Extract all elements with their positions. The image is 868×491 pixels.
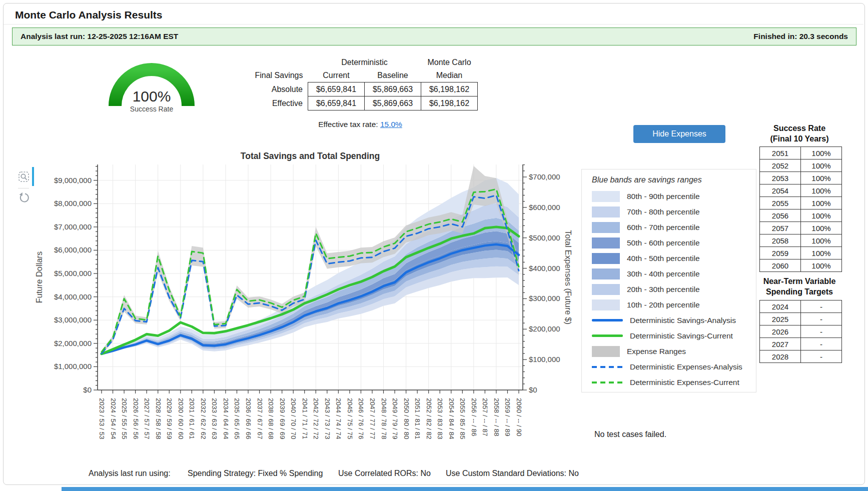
year-cell: 2026 [760,326,801,338]
legend-label: 40th - 50th percentile [627,254,700,263]
table-row: 2058100% [760,234,842,247]
effective-tax-rate-link[interactable]: 15.0% [380,120,402,128]
year-cell: 2052 [760,160,801,172]
success-pct-cell: 100% [801,147,842,160]
legend-label: 10th - 20th percentile [627,300,700,310]
year-cell: 2051 [760,147,801,160]
success-rate-value: 100% [104,88,199,105]
legend-label: Deterministic Savings-Current [630,332,733,340]
near-term-spending-table: 2024-2025-2026-2027-2028- [759,300,842,363]
success-pct-cell: 100% [801,260,842,272]
horizontal-scrollbar[interactable] [62,487,868,491]
percentile-band-swatch [592,206,620,218]
legend-label: 60th - 70th percentile [627,223,700,232]
target-cell: - [801,350,842,363]
legend-item: 10th - 20th percentile [592,297,756,312]
legend-item: 50th - 60th percentile [592,235,756,250]
table-row: 2053100% [760,172,842,184]
effective-baseline-value: $5,869,663 [365,96,421,110]
analysis-status-banner: Analysis last run: 12-25-2025 12:16AM ES… [12,28,856,46]
legend-label: 80th - 90th percentile [627,192,700,201]
legend-item: 40th - 50th percentile [592,250,756,266]
target-cell: - [801,313,842,326]
target-cell: - [801,326,842,338]
year-cell: 2057 [760,222,801,234]
year-cell: 2058 [760,234,801,247]
year-cell: 2056 [760,210,801,222]
percentile-band-swatch [592,268,620,280]
percentile-band-swatch [592,191,620,202]
year-cell: 2027 [760,338,801,350]
no-test-cases-failed-text: No test cases failed. [594,430,666,439]
success-rate-table-title: Success Rate (Final 10 Years) [759,123,839,144]
row-label-effective: Effective [249,96,308,110]
legend-item: 70th - 80th percentile [592,204,756,220]
solid-line-swatch [592,319,623,322]
finished-in-time: Finished in: 20.3 seconds [753,32,848,41]
target-cell: - [801,300,842,313]
col-header-baseline: Baseline [365,69,421,82]
legend-label: 70th - 80th percentile [627,208,700,216]
expense-range-swatch [592,346,620,357]
success-pct-cell: 100% [801,197,842,210]
legend-label: Deterministic Savings-Analysis [630,316,736,325]
absolute-median-value: $6,198,162 [421,82,478,96]
success-rate-label: Success Rate [104,105,199,113]
col-group-monte-carlo: Monte Carlo [421,56,478,69]
solid-line-swatch [592,334,623,337]
year-cell: 2028 [760,350,801,363]
effective-current-value: $6,659,841 [308,96,365,110]
year-cell: 2060 [760,260,801,272]
legend-label: Deterministic Expenses-Analysis [630,362,742,372]
legend-item: 80th - 90th percentile [592,188,756,204]
row-label-absolute: Absolute [249,82,308,96]
col-header-current: Current [308,69,365,82]
table-row: 2025- [760,313,842,326]
reset-zoom-icon[interactable] [18,192,30,204]
table-row: 2052100% [760,160,842,172]
table-row: 2026- [760,326,842,338]
absolute-current-value: $6,659,841 [308,82,365,96]
percentile-band-swatch [592,284,620,295]
table-row: 2055100% [760,197,842,210]
footer-spending-strategy: Spending Strategy: Fixed % Spending [188,469,323,478]
table-row: 2051100% [760,147,842,160]
table-row: 2027- [760,338,842,350]
year-cell: 2025 [760,313,801,326]
near-term-table-title: Near-Term Variable Spending Targets [759,276,839,297]
hide-expenses-button[interactable]: Hide Expenses [633,125,725,143]
legend-label: 20th - 30th percentile [627,285,700,294]
final-savings-table: Deterministic Monte Carlo Final Savings … [249,56,478,110]
toolbar-active-indicator [32,167,34,186]
footer-correlated-rors: Use Correlated RORs: No [338,469,431,478]
year-cell: 2053 [760,172,801,184]
absolute-baseline-value: $5,869,663 [365,82,421,96]
box-zoom-icon[interactable] [18,171,30,183]
success-pct-cell: 100% [801,172,842,184]
last-run-timestamp: Analysis last run: 12-25-2025 12:16AM ES… [21,32,178,41]
percentile-band-swatch [592,222,620,233]
year-cell: 2055 [760,197,801,210]
legend-item: Expense Ranges [592,344,756,359]
monte-carlo-results-page: Monte Carlo Analysis Results Analysis la… [0,0,868,491]
effective-tax-rate-note: Effective tax rate: 15.0% [270,120,450,129]
success-pct-cell: 100% [801,247,842,260]
table-row: 2056100% [760,210,842,222]
table-row: 2024- [760,300,842,313]
footer-custom-std-dev: Use Custom Standard Deviations: No [446,469,579,478]
col-group-deterministic: Deterministic [308,56,421,69]
success-pct-cell: 100% [801,234,842,247]
dashed-line-swatch [592,382,623,384]
percentile-band-swatch [592,300,620,310]
legend-item: Deterministic Expenses-Analysis [592,359,756,374]
legend-item: 20th - 30th percentile [592,282,756,297]
table-row: 2054100% [760,184,842,197]
target-cell: - [801,338,842,350]
page-title: Monte Carlo Analysis Results [15,9,162,21]
legend-label: 30th - 40th percentile [627,270,700,278]
year-cell: 2054 [760,184,801,197]
effective-median-value: $6,198,162 [421,96,478,110]
table-row: 2028- [760,350,842,363]
legend-item: Deterministic Expenses-Current [592,374,756,390]
success-pct-cell: 100% [801,222,842,234]
